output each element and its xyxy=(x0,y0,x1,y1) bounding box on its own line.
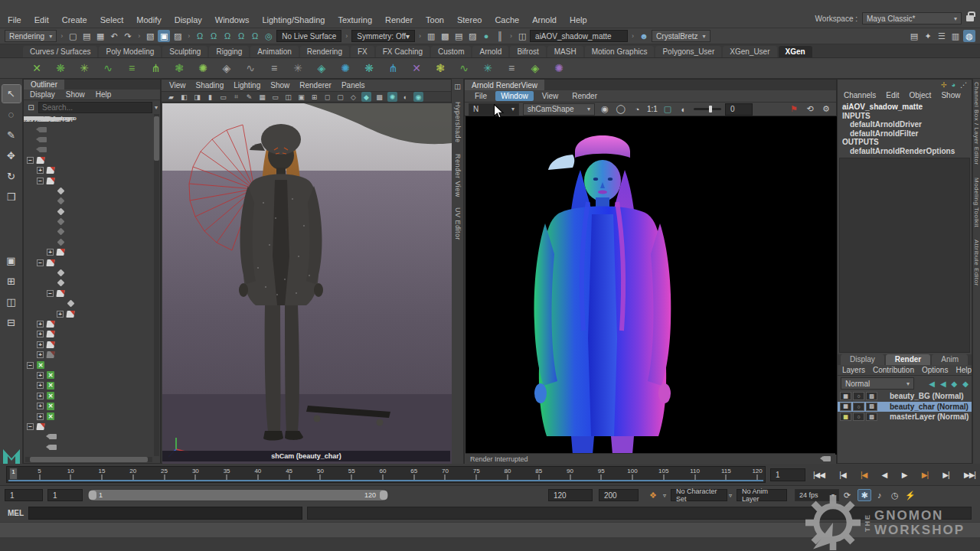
menu-display[interactable]: Display xyxy=(175,15,202,24)
shelf-tab-poly-modeling[interactable]: Poly Modeling xyxy=(99,46,161,57)
outliner-item-headhair-dsc[interactable]: +✕headHair_dsc xyxy=(24,391,154,401)
user-account-dropdown[interactable]: CrystalBretz▾ xyxy=(652,30,710,42)
gate-mask-icon[interactable]: ▣ xyxy=(296,92,306,102)
two-pane-side-layout-button[interactable]: ◫ xyxy=(2,293,21,311)
image-plane-icon[interactable]: ▭ xyxy=(218,92,228,102)
channel-box-menu-object[interactable]: Object xyxy=(910,91,932,99)
outliner-vertical-scrollbar[interactable] xyxy=(154,114,159,456)
outliner-item-clothing-grp[interactable]: −clothing_grp xyxy=(24,257,154,267)
renderable-toggle-icon[interactable]: ▦ xyxy=(840,412,851,421)
playback-start-field[interactable]: 1 xyxy=(47,489,83,501)
density-brush-icon[interactable]: ≡ xyxy=(266,60,282,76)
outliner-item-top[interactable]: top xyxy=(24,124,154,134)
renderable-toggle-icon[interactable]: ▦ xyxy=(840,392,851,400)
menu-render[interactable]: Render xyxy=(385,15,413,24)
outliner-item-grm[interactable]: +GRM xyxy=(24,350,154,360)
menu-select[interactable]: Select xyxy=(100,15,124,24)
width-brush-icon[interactable]: ✳ xyxy=(290,60,305,76)
shelf-tab-motion-graphics[interactable]: Motion Graphics xyxy=(585,46,655,57)
outliner-item-hat-grp[interactable]: +hat_grp xyxy=(24,340,154,350)
range-start-handle[interactable] xyxy=(89,491,96,500)
expand-toggle-icon[interactable]: − xyxy=(27,362,34,369)
outliner-item-cardiganfur-dsc[interactable]: +✕cardiganFur_dsc xyxy=(24,411,154,421)
resolution-gate-icon[interactable]: ◫ xyxy=(283,92,293,102)
rotate-tool[interactable]: ↻ xyxy=(2,168,21,185)
tool-settings-toggle-icon[interactable]: ✦ xyxy=(922,30,934,42)
channel-box-menu-channels[interactable]: Channels xyxy=(844,91,876,99)
current-frame-field[interactable]: 1 xyxy=(770,468,805,481)
group-collapse-icon[interactable]: › xyxy=(508,32,514,40)
create-guide-icon[interactable]: ❃ xyxy=(172,60,187,76)
update-full-scene-icon[interactable]: ⟲ xyxy=(804,103,816,116)
prev-override-icon[interactable]: ◀ xyxy=(940,380,946,388)
playback-end-field[interactable]: 120 xyxy=(548,489,593,501)
shadows-icon[interactable]: ◐ xyxy=(400,92,410,102)
outliner-item-skatergirl-col[interactable]: −✕skaterGirl_col xyxy=(24,360,154,370)
select-hierarchy-icon[interactable]: ▧ xyxy=(144,30,156,42)
debug-shading-icon[interactable]: ◐ xyxy=(678,103,690,116)
group-collapse-icon[interactable]: › xyxy=(343,32,350,40)
convert-primitives-icon[interactable]: ∿ xyxy=(456,60,472,76)
viewport-menu-shading[interactable]: Shading xyxy=(196,81,224,90)
menu-set-dropdown[interactable]: Rendering▾ xyxy=(5,30,57,42)
grease-pencil-icon[interactable]: ✎ xyxy=(244,92,254,102)
menu-create[interactable]: Create xyxy=(62,15,87,24)
safe-title-icon[interactable]: ▢ xyxy=(335,92,345,102)
time-slider-track[interactable]: 1 51015202530354045505560657075808590951… xyxy=(6,466,766,483)
select-component-icon[interactable]: ▨ xyxy=(172,30,184,42)
expand-toggle-icon[interactable]: + xyxy=(37,167,44,174)
save-scene-icon[interactable]: ▦ xyxy=(94,30,106,42)
outliner-menu-show[interactable]: Show xyxy=(66,90,85,99)
next-layer-icon[interactable]: ◆ xyxy=(962,380,969,388)
animation-end-field[interactable]: 200 xyxy=(599,489,639,501)
step-forward-frame-button[interactable]: ▶| xyxy=(941,469,950,481)
expand-toggle-icon[interactable]: − xyxy=(27,423,34,430)
expand-toggle-icon[interactable]: + xyxy=(37,351,44,358)
fps-dropdown[interactable]: 24 fps ▾ xyxy=(795,489,839,501)
go-to-end-button[interactable]: ▶▶| xyxy=(962,469,977,481)
outliner-item-body-geo[interactable]: body_geo xyxy=(24,207,154,217)
persp-outliner-layout-button[interactable]: ⊟ xyxy=(2,314,21,331)
anim-layer-dropdown[interactable]: No Anim Layer xyxy=(737,489,787,501)
paint-select-tool[interactable]: ✎ xyxy=(2,126,21,144)
menu-modify[interactable]: Modify xyxy=(136,15,161,24)
arnold-menu-window[interactable]: Window xyxy=(495,91,534,101)
input-node-defaultarnoldfilter[interactable]: defaultArnoldFilter xyxy=(842,130,972,139)
render-layer-row[interactable]: ▦○▨beauty_BG (Normal) xyxy=(838,391,972,402)
modeling-toolkit-toggle-icon[interactable]: ▥ xyxy=(949,30,962,42)
output-node-defaultarnoldrenderoptions[interactable]: defaultArnoldRenderOptions xyxy=(842,148,972,156)
panel-tab-hypershade[interactable]: Hypershade xyxy=(454,102,462,143)
overrides-icon[interactable]: ▨ xyxy=(866,403,877,411)
viewport-menu-view[interactable]: View xyxy=(169,81,186,90)
save-image-icon[interactable]: ◔ xyxy=(631,103,643,116)
outliner-item-shirt-geo[interactable]: shirt_geo xyxy=(24,278,154,288)
outliner-item-skatergirl-model-posed[interactable]: −skaterGirl_model_posed xyxy=(24,155,154,165)
wireframe-icon[interactable]: ◇ xyxy=(348,92,358,102)
workspace-dropdown[interactable]: Maya Classic* ▾ xyxy=(862,12,962,24)
menu-windows[interactable]: Windows xyxy=(215,15,250,24)
animation-preferences-icon[interactable]: ◷ xyxy=(891,489,899,501)
single-pane-layout-button[interactable]: ▣ xyxy=(2,252,21,269)
range-end-handle[interactable] xyxy=(380,491,387,500)
bookmark-icon[interactable]: ▮ xyxy=(205,92,215,102)
expand-toggle-icon[interactable]: − xyxy=(37,178,44,184)
bake-modifier-icon[interactable]: ✳ xyxy=(480,60,495,76)
layer-editor-tab-anim[interactable]: Anim xyxy=(932,354,968,365)
shelf-tab-animation[interactable]: Animation xyxy=(250,46,298,57)
cut-modifier-icon[interactable]: ❋ xyxy=(361,60,377,76)
live-surface-field[interactable]: No Live Surface xyxy=(276,30,341,42)
menu-texturing[interactable]: Texturing xyxy=(338,15,372,24)
snap-projected-center-icon[interactable]: Ω xyxy=(235,30,247,42)
camera-attributes-icon[interactable]: ◨ xyxy=(192,92,202,102)
auto-keyframe-toggle[interactable]: ✱ xyxy=(858,489,871,501)
outliner-search-input[interactable] xyxy=(38,102,152,113)
outliner-menu-help[interactable]: Help xyxy=(96,90,112,99)
clump-modifier-icon[interactable]: ◈ xyxy=(314,60,329,76)
play-backwards-button[interactable]: ◀ xyxy=(880,469,889,481)
outliner-item-cigarette-grp[interactable]: +cigarette_grp xyxy=(24,319,154,329)
render-layer-row[interactable]: ▦○▨masterLayer (Normal) xyxy=(838,412,972,422)
playback-loop-icon[interactable]: ⟳ xyxy=(844,489,851,501)
command-input[interactable] xyxy=(28,507,302,520)
ab-compare-icon[interactable]: ◯ xyxy=(615,103,627,116)
guide-curves-icon[interactable]: ❃ xyxy=(433,60,448,76)
